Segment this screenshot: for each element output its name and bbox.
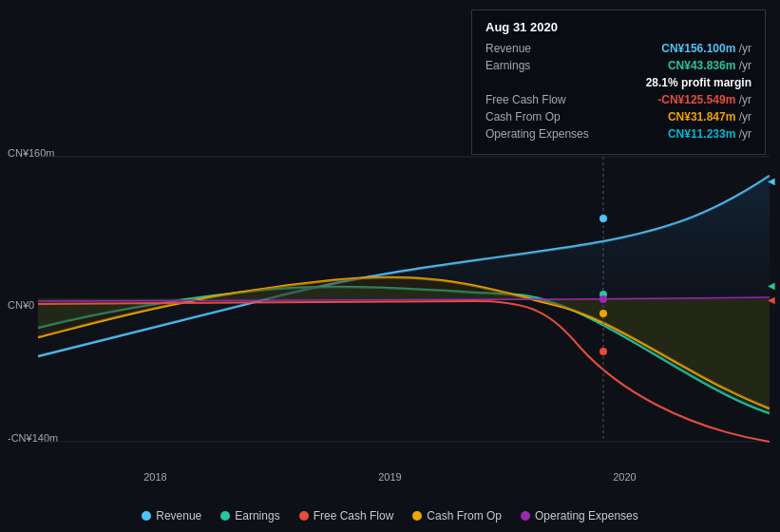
svg-point-4 <box>599 215 607 222</box>
data-tooltip: Aug 31 2020 Revenue CN¥156.100m /yr Earn… <box>471 10 766 155</box>
x-label-2019: 2019 <box>378 471 401 483</box>
tooltip-label-earnings: Earnings <box>485 59 530 72</box>
legend-label-revenue: Revenue <box>156 509 201 522</box>
legend-dot-fcf <box>299 511 309 521</box>
tooltip-row-fcf: Free Cash Flow -CN¥125.549m /yr <box>485 93 751 106</box>
tooltip-label-opex: Operating Expenses <box>485 127 589 141</box>
x-label-2018: 2018 <box>143 471 166 483</box>
svg-point-7 <box>599 310 607 317</box>
legend-item-cashfromop[interactable]: Cash From Op <box>412 509 502 522</box>
legend-item-fcf[interactable]: Free Cash Flow <box>299 509 394 522</box>
legend-label-cashfromop: Cash From Op <box>427 509 502 522</box>
tooltip-value-revenue: CN¥156.100m /yr <box>661 42 751 55</box>
svg-point-6 <box>599 295 607 303</box>
tooltip-row-margin: 28.1% profit margin <box>485 76 751 89</box>
tooltip-title: Aug 31 2020 <box>485 20 751 34</box>
svg-point-8 <box>599 348 607 355</box>
tooltip-label-fcf: Free Cash Flow <box>485 93 566 106</box>
legend-dot-earnings <box>220 511 230 521</box>
chart-legend: Revenue Earnings Free Cash Flow Cash Fro… <box>0 509 780 522</box>
tooltip-value-earnings: CN¥43.836m /yr <box>668 59 751 72</box>
tooltip-value-fcf: -CN¥125.549m /yr <box>657 93 751 106</box>
tooltip-row-cashfromop: Cash From Op CN¥31.847m /yr <box>485 110 751 124</box>
tooltip-label-cashfromop: Cash From Op <box>485 110 561 124</box>
legend-label-opex: Operating Expenses <box>535 509 638 522</box>
legend-label-fcf: Free Cash Flow <box>314 509 394 522</box>
tooltip-label-revenue: Revenue <box>485 42 531 55</box>
tooltip-value-margin: 28.1% profit margin <box>646 76 751 89</box>
tooltip-value-cashfromop: CN¥31.847m /yr <box>668 110 751 124</box>
tooltip-row-revenue: Revenue CN¥156.100m /yr <box>485 42 751 55</box>
tooltip-row-earnings: Earnings CN¥43.836m /yr <box>485 59 751 72</box>
legend-dot-cashfromop <box>412 511 422 521</box>
legend-dot-revenue <box>142 511 151 521</box>
x-labels: 2018 2019 2020 <box>0 471 780 483</box>
tooltip-row-opex: Operating Expenses CN¥11.233m /yr <box>485 127 751 141</box>
legend-item-revenue[interactable]: Revenue <box>142 509 201 522</box>
right-indicator-fcf: ◀ <box>768 294 775 305</box>
tooltip-value-opex: CN¥11.233m /yr <box>668 127 751 141</box>
legend-item-opex[interactable]: Operating Expenses <box>521 509 638 522</box>
right-indicator-revenue: ◀ <box>768 176 775 186</box>
legend-dot-opex <box>521 511 530 521</box>
legend-item-earnings[interactable]: Earnings <box>220 509 279 522</box>
chart-svg <box>0 147 780 451</box>
right-indicator-earnings: ◀ <box>768 280 775 291</box>
legend-label-earnings: Earnings <box>235 509 279 522</box>
x-label-2020: 2020 <box>613 471 636 483</box>
